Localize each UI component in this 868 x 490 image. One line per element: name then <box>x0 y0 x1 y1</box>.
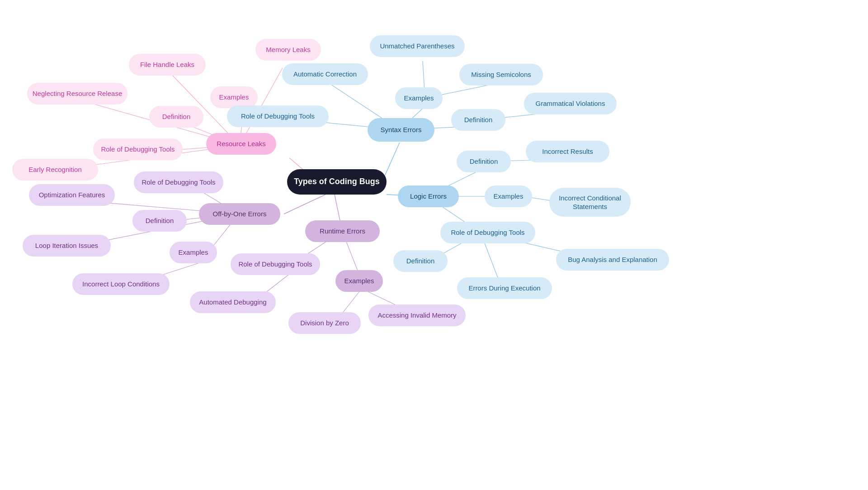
examples-le-label: Examples <box>494 192 524 201</box>
definition-le2-label: Definition <box>406 257 435 266</box>
incorrect-loop-node: Incorrect Loop Conditions <box>72 273 170 295</box>
center-node: Types of Coding Bugs <box>287 169 387 195</box>
role-debug-rl-node: Role of Debugging Tools <box>93 138 183 160</box>
role-debug-se-label: Role of Debugging Tools <box>241 112 315 121</box>
definition-le-node: Definition <box>457 151 511 172</box>
role-debug-rl-label: Role of Debugging Tools <box>101 145 175 154</box>
division-by-zero-label: Division by Zero <box>300 319 349 328</box>
accessing-invalid-node: Accessing Invalid Memory <box>368 304 466 326</box>
file-handle-leaks-node: File Handle Leaks <box>129 54 206 76</box>
incorrect-conditional-node: Incorrect Conditional Statements <box>549 188 631 217</box>
automated-debug-label: Automated Debugging <box>199 298 266 307</box>
role-debug-obo-node: Role of Debugging Tools <box>134 171 223 193</box>
loop-iteration-node: Loop Iteration Issues <box>23 235 111 257</box>
off-by-one-node: Off-by-One Errors <box>199 203 280 225</box>
resource-leaks-label: Resource Leaks <box>217 139 265 148</box>
runtime-errors-label: Runtime Errors <box>320 227 365 236</box>
memory-leaks-label: Memory Leaks <box>266 45 310 54</box>
examples-se-node: Examples <box>395 87 443 109</box>
auto-correction-node: Automatic Correction <box>282 63 368 85</box>
examples-obo-label: Examples <box>179 248 208 257</box>
unmatched-paren-node: Unmatched Parentheses <box>370 35 465 57</box>
definition-le-label: Definition <box>470 157 498 166</box>
resource-leaks-node: Resource Leaks <box>206 133 276 155</box>
examples-obo-node: Examples <box>170 242 217 263</box>
examples-rl-node: Examples <box>210 86 258 108</box>
errors-execution-node: Errors During Execution <box>457 277 552 299</box>
accessing-invalid-label: Accessing Invalid Memory <box>377 311 456 320</box>
grammatical-label: Grammatical Violations <box>536 99 605 108</box>
memory-leaks-node: Memory Leaks <box>255 39 321 61</box>
bug-analysis-node: Bug Analysis and Explanation <box>556 249 669 271</box>
svg-line-1 <box>284 195 326 214</box>
role-debug-re-node: Role of Debugging Tools <box>231 253 320 275</box>
incorrect-conditional-label: Incorrect Conditional Statements <box>559 194 621 211</box>
examples-rl-label: Examples <box>219 93 249 102</box>
runtime-errors-node: Runtime Errors <box>305 220 380 242</box>
examples-re-node: Examples <box>335 270 383 292</box>
incorrect-loop-label: Incorrect Loop Conditions <box>82 280 160 289</box>
role-debug-re-label: Role of Debugging Tools <box>238 260 312 269</box>
early-recognition-label: Early Recognition <box>28 165 82 174</box>
grammatical-node: Grammatical Violations <box>524 93 617 114</box>
errors-execution-label: Errors During Execution <box>468 284 540 293</box>
definition-rl-node: Definition <box>149 106 203 128</box>
definition-rl-label: Definition <box>162 112 191 121</box>
early-recognition-node: Early Recognition <box>12 159 98 181</box>
off-by-one-label: Off-by-One Errors <box>213 209 267 219</box>
definition-le2-node: Definition <box>393 250 448 272</box>
syntax-errors-label: Syntax Errors <box>381 125 422 134</box>
unmatched-paren-label: Unmatched Parentheses <box>380 42 454 51</box>
bug-analysis-label: Bug Analysis and Explanation <box>568 255 657 264</box>
neglecting-resource-node: Neglecting Resource Release <box>27 83 127 105</box>
neglecting-resource-label: Neglecting Resource Release <box>33 89 122 98</box>
definition-obo-label: Definition <box>146 216 174 225</box>
examples-re-label: Examples <box>344 276 374 285</box>
loop-iteration-label: Loop Iteration Issues <box>35 241 98 250</box>
optimization-label: Optimization Features <box>39 190 105 200</box>
missing-semi-label: Missing Semicolons <box>471 70 531 79</box>
role-debug-se-node: Role of Debugging Tools <box>227 105 329 127</box>
center-label: Types of Coding Bugs <box>294 176 380 187</box>
file-handle-leaks-label: File Handle Leaks <box>140 60 194 69</box>
missing-semi-node: Missing Semicolons <box>459 64 543 86</box>
examples-le-node: Examples <box>485 186 532 207</box>
incorrect-results-node: Incorrect Results <box>526 141 609 162</box>
incorrect-results-label: Incorrect Results <box>542 147 593 156</box>
role-debug-le-node: Role of Debugging Tools <box>440 222 535 243</box>
role-debug-le-label: Role of Debugging Tools <box>451 228 524 237</box>
automated-debug-node: Automated Debugging <box>190 291 276 313</box>
role-debug-obo-label: Role of Debugging Tools <box>142 178 215 187</box>
definition-se-label: Definition <box>464 115 493 124</box>
division-by-zero-node: Division by Zero <box>288 312 361 334</box>
definition-se-node: Definition <box>451 109 505 131</box>
syntax-errors-node: Syntax Errors <box>368 118 434 142</box>
definition-obo-node: Definition <box>132 210 187 232</box>
logic-errors-label: Logic Errors <box>410 192 447 201</box>
examples-se-label: Examples <box>404 94 434 103</box>
optimization-node: Optimization Features <box>29 184 115 206</box>
logic-errors-node: Logic Errors <box>398 186 459 207</box>
auto-correction-label: Automatic Correction <box>293 70 357 79</box>
